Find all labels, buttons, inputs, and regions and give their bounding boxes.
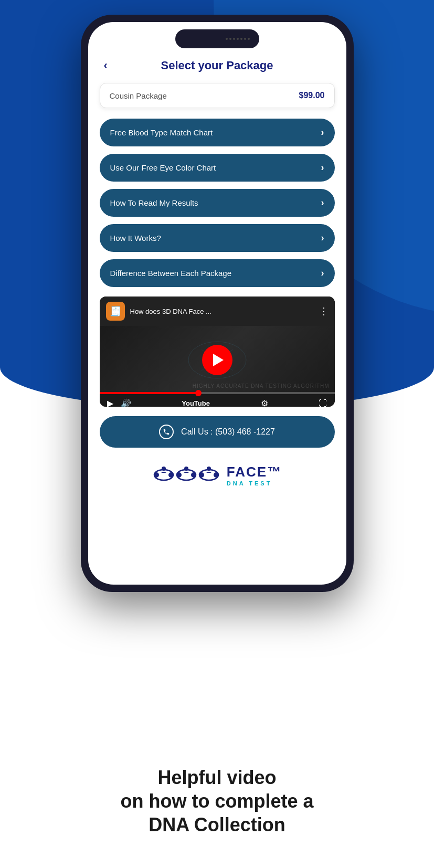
menu-item-blood-type-label: Free Blood Type Match Chart bbox=[110, 128, 213, 137]
play-pause-icon[interactable]: ▶ bbox=[107, 398, 113, 407]
call-button[interactable]: Call Us : (503) 468 -1227 bbox=[100, 416, 335, 448]
dna-logo-icon bbox=[152, 463, 220, 486]
video-progress-fill bbox=[100, 392, 198, 394]
video-title: How does 3D DNA Face ... bbox=[130, 308, 211, 315]
bottom-section: Helpful video on how to complete a DNA C… bbox=[0, 739, 434, 868]
phone-icon bbox=[159, 425, 174, 439]
video-controls: ▶ 🔊 YouTube ⚙ ⛶ bbox=[100, 394, 335, 407]
svg-point-12 bbox=[199, 472, 204, 478]
bottom-headline: Helpful video on how to complete a DNA C… bbox=[31, 766, 403, 837]
youtube-logo: YouTube bbox=[182, 399, 210, 407]
package-card: Cousin Package $99.00 bbox=[100, 83, 335, 108]
menu-item-difference-label: Difference Between Each Package bbox=[110, 269, 232, 278]
chevron-right-icon: › bbox=[321, 232, 324, 244]
call-text: Call Us : (503) 468 -1227 bbox=[181, 427, 275, 437]
volume-icon[interactable]: 🔊 bbox=[121, 398, 131, 407]
play-button-circle bbox=[202, 345, 232, 375]
video-channel-info: 🧾 How does 3D DNA Face ... bbox=[106, 302, 211, 321]
chevron-right-icon: › bbox=[321, 127, 324, 138]
back-button[interactable]: ‹ bbox=[100, 57, 112, 75]
video-player[interactable]: 🧾 How does 3D DNA Face ... ⋮ bbox=[100, 297, 335, 407]
svg-point-16 bbox=[207, 467, 211, 471]
svg-point-6 bbox=[154, 472, 159, 478]
play-triangle-icon bbox=[213, 354, 224, 366]
logo-text-block: FACE™ DNA TEST bbox=[227, 464, 282, 486]
video-watermark: HIGHLY ACCURATE DNA TESTING ALGORITHM bbox=[193, 383, 330, 389]
svg-point-13 bbox=[214, 472, 219, 478]
menu-item-read-results[interactable]: How To Read My Results › bbox=[100, 189, 335, 217]
chevron-right-icon: › bbox=[321, 268, 324, 279]
app-header: ‹ Select your Package bbox=[100, 59, 335, 72]
menu-item-how-it-works-label: How It Works? bbox=[110, 234, 161, 242]
page-title: Select your Package bbox=[161, 59, 273, 72]
menu-item-eye-color[interactable]: Use Our Free Eye Color Chart › bbox=[100, 154, 335, 182]
video-header: 🧾 How does 3D DNA Face ... ⋮ bbox=[100, 297, 335, 326]
phone-frame: ‹ Select your Package Cousin Package $99… bbox=[81, 15, 354, 592]
svg-point-10 bbox=[191, 472, 196, 478]
face-logo-text: FACE™ bbox=[227, 464, 282, 480]
bottom-line3: DNA Collection bbox=[149, 814, 285, 835]
chevron-right-icon: › bbox=[321, 162, 324, 173]
menu-item-eye-color-label: Use Our Free Eye Color Chart bbox=[110, 163, 216, 172]
play-button[interactable] bbox=[202, 345, 232, 375]
package-name: Cousin Package bbox=[110, 91, 167, 100]
settings-icon[interactable]: ⚙ bbox=[261, 398, 268, 407]
brand-logo: FACE™ DNA TEST bbox=[100, 458, 335, 492]
fullscreen-icon[interactable]: ⛶ bbox=[319, 399, 327, 407]
dna-test-label: DNA TEST bbox=[227, 480, 282, 486]
bottom-line1: Helpful video bbox=[157, 767, 276, 788]
screen-content: ‹ Select your Package Cousin Package $99… bbox=[88, 22, 346, 585]
channel-icon: 🧾 bbox=[106, 302, 125, 321]
menu-item-read-results-label: How To Read My Results bbox=[110, 198, 198, 207]
menu-item-blood-type[interactable]: Free Blood Type Match Chart › bbox=[100, 119, 335, 146]
package-price: $99.00 bbox=[299, 91, 325, 100]
menu-item-how-it-works[interactable]: How It Works? › bbox=[100, 224, 335, 252]
video-thumbnail: HIGHLY ACCURATE DNA TESTING ALGORITHM bbox=[100, 326, 335, 394]
svg-point-9 bbox=[176, 472, 182, 478]
svg-point-7 bbox=[168, 472, 174, 478]
svg-point-15 bbox=[184, 467, 188, 471]
bottom-line2: on how to complete a bbox=[120, 790, 313, 812]
video-progress-bar[interactable] bbox=[100, 392, 335, 394]
chevron-right-icon: › bbox=[321, 197, 324, 208]
video-menu-icon[interactable]: ⋮ bbox=[319, 305, 329, 317]
svg-point-14 bbox=[162, 467, 166, 471]
notch bbox=[175, 29, 259, 48]
video-controls-left: ▶ 🔊 bbox=[107, 398, 131, 407]
menu-item-difference[interactable]: Difference Between Each Package › bbox=[100, 259, 335, 287]
phone-screen: ‹ Select your Package Cousin Package $99… bbox=[88, 22, 346, 585]
